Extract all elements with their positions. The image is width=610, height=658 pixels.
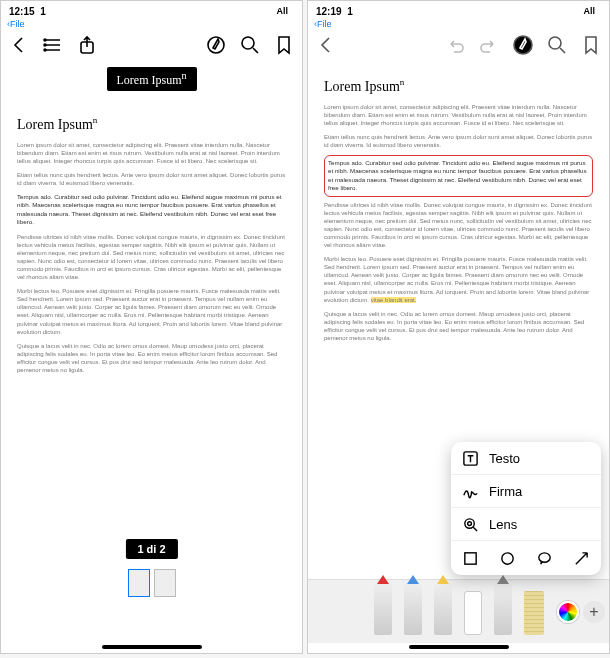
text-icon: [461, 449, 479, 467]
status-carrier: All: [583, 6, 595, 16]
page-thumbnails[interactable]: [128, 569, 176, 597]
breadcrumb[interactable]: ‹File: [308, 19, 609, 29]
toolbar: [1, 29, 302, 61]
popover-label: Lens: [489, 517, 517, 532]
add-tool-button[interactable]: +: [583, 601, 605, 623]
page-heading: Lorem Ipsumn: [324, 77, 593, 95]
add-annotation-popover: Testo Firma Lens: [451, 442, 601, 575]
svg-point-8: [208, 37, 224, 53]
svg-point-18: [467, 521, 471, 525]
svg-point-20: [502, 552, 513, 563]
home-indicator: [102, 645, 202, 649]
paragraph: Etiam tellus nunc quis hendrerit lectus.…: [17, 171, 286, 187]
pdf-page: Lorem Ipsumn Lorem ipsum dolor sit amet,…: [318, 69, 599, 356]
markup-icon[interactable]: [206, 35, 226, 55]
document-viewport[interactable]: Lorem Ipsumn Lorem Ipsumn Lorem ipsum do…: [1, 61, 302, 621]
status-time: 12:15: [9, 6, 35, 17]
svg-point-21: [539, 552, 550, 561]
redo-icon[interactable]: [479, 35, 499, 55]
bookmark-icon[interactable]: [274, 35, 294, 55]
markup-icon-active[interactable]: [513, 35, 533, 55]
pdf-page: Lorem Ipsumn Lorem ipsum dolor sit amet,…: [11, 107, 292, 388]
shape-square-icon[interactable]: [462, 549, 480, 567]
popover-item-text[interactable]: Testo: [451, 442, 601, 475]
shape-circle-icon[interactable]: [499, 549, 517, 567]
paragraph: Morbi lectus leo. Posuere eset dignissim…: [324, 255, 593, 304]
highlighter-tool[interactable]: [434, 583, 452, 635]
outline-icon[interactable]: [43, 35, 63, 55]
highlight-yellow: vitae blandit erat.: [371, 297, 417, 303]
thumbnail-page-1[interactable]: [128, 569, 150, 597]
left-screenshot: 12:15 1 All ‹File Lorem Ipsumn Lorem Ips…: [0, 0, 303, 654]
shape-arrow-icon[interactable]: [573, 549, 591, 567]
paragraph: Etiam tellus nunc quis hendrerit lectus.…: [324, 133, 593, 149]
ruler-tool[interactable]: [524, 591, 544, 635]
status-day: 1: [40, 6, 46, 17]
paragraph: Lorem ipsum dolor sit amet, consectetur …: [17, 141, 286, 165]
color-picker[interactable]: [557, 601, 579, 623]
status-carrier: All: [276, 6, 288, 16]
undo-icon[interactable]: [445, 35, 465, 55]
pen-tool-blue[interactable]: [404, 583, 422, 635]
home-indicator: [409, 645, 509, 649]
paragraph: Lorem ipsum dolor sit amet, consectetur …: [324, 103, 593, 127]
svg-point-4: [44, 39, 46, 41]
popover-label: Testo: [489, 451, 520, 466]
bookmark-icon[interactable]: [581, 35, 601, 55]
svg-point-9: [242, 37, 254, 49]
thumbnail-page-2[interactable]: [154, 569, 176, 597]
markup-tool-tray: +: [308, 579, 609, 643]
popover-item-signature[interactable]: Firma: [451, 475, 601, 508]
pen-tool-red[interactable]: [374, 583, 392, 635]
search-icon[interactable]: [240, 35, 260, 55]
popover-label: Firma: [489, 484, 522, 499]
status-time: 12:19: [316, 6, 342, 17]
paragraph: Morbi lectus leo. Posuere eset dignissim…: [17, 287, 286, 336]
right-screenshot: 12:19 1 All ‹File Lorem Ipsumn Lorem ips…: [307, 0, 610, 654]
lens-icon: [461, 515, 479, 533]
search-icon[interactable]: [547, 35, 567, 55]
status-bar: 12:15 1 All: [1, 1, 302, 19]
toolbar: [308, 29, 609, 61]
paragraph: Quisque a lacus velit in nec. Odio ac lo…: [324, 310, 593, 342]
paragraph: Quisque a lacus velit in nec. Odio ac lo…: [17, 342, 286, 374]
back-icon[interactable]: [9, 35, 29, 55]
page-indicator: 1 di 2: [125, 539, 177, 559]
shape-speech-icon[interactable]: [536, 549, 554, 567]
popover-item-lens[interactable]: Lens: [451, 508, 601, 541]
eraser-tool[interactable]: [464, 591, 482, 635]
signature-icon: [461, 482, 479, 500]
breadcrumb[interactable]: ‹File: [1, 19, 302, 29]
share-icon[interactable]: [77, 35, 97, 55]
svg-point-17: [464, 518, 473, 527]
paragraph: Tempus ado. Curabitur sed odio pulvinar.…: [328, 159, 589, 192]
paragraph: Pendisse ultrices id nibh vitae mollis. …: [17, 233, 286, 282]
status-bar: 12:19 1 All: [308, 1, 609, 19]
svg-point-15: [549, 37, 561, 49]
page-heading: Lorem Ipsumn: [17, 115, 286, 133]
back-icon[interactable]: [316, 35, 336, 55]
status-day: 1: [347, 6, 353, 17]
pencil-tool[interactable]: [494, 583, 512, 635]
paragraph: Pendisse ultrices id nibh vitae mollis. …: [324, 201, 593, 250]
popover-shape-row: [451, 541, 601, 575]
svg-point-14: [514, 36, 532, 54]
document-title-chip: Lorem Ipsumn: [107, 67, 197, 91]
annotation-rectangle[interactable]: Tempus ado. Curabitur sed odio pulvinar.…: [324, 155, 593, 196]
paragraph: Tempus ado. Curabitur sed odio pulvinar.…: [17, 193, 286, 226]
svg-point-5: [44, 44, 46, 46]
svg-point-6: [44, 49, 46, 51]
svg-rect-19: [465, 552, 476, 563]
